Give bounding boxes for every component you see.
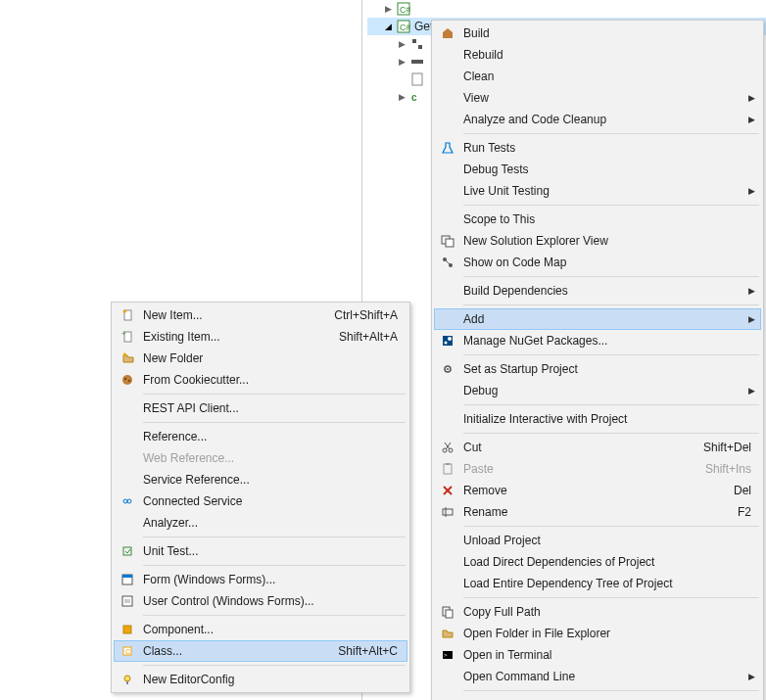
menu-item-label: REST API Client... (139, 401, 402, 415)
menu-item[interactable]: Open Folder in File Explorer (434, 623, 761, 644)
menu-item[interactable]: Unit Test... (114, 540, 407, 562)
menu-item[interactable]: Analyze and Code Cleanup▶ (434, 109, 761, 130)
svg-rect-7 (412, 73, 422, 85)
svg-text:C: C (125, 648, 130, 655)
svg-rect-49 (124, 599, 130, 603)
menu-item[interactable]: Run Tests (434, 137, 761, 159)
menu-item[interactable]: Component... (114, 619, 407, 640)
menu-item-label: Rebuild (459, 48, 755, 62)
menu-separator (463, 133, 759, 134)
menu-item-label: Analyzer... (139, 516, 402, 530)
expander-icon[interactable]: ▶ (399, 57, 410, 67)
menu-item[interactable]: +Existing Item...Shift+Alt+A (114, 326, 407, 348)
svg-point-18 (448, 337, 452, 341)
menu-item[interactable]: Add▶ (434, 308, 761, 330)
tree-row[interactable]: ▶ C# (367, 0, 766, 18)
expander-icon[interactable]: ▶ (399, 39, 410, 49)
menu-item-label: Load Direct Dependencies of Project (459, 555, 755, 569)
menu-item[interactable]: New Solution Explorer View (434, 230, 761, 252)
flask-icon (436, 141, 459, 155)
menu-shortcut: Shift+Alt+C (338, 644, 402, 658)
svg-rect-4 (412, 39, 416, 43)
menu-item-label: User Control (Windows Forms)... (139, 594, 402, 608)
codemap-icon (436, 256, 459, 269)
menu-item[interactable]: CutShift+Del (434, 437, 761, 458)
menu-item[interactable]: Debug Tests (434, 159, 761, 180)
menu-item[interactable]: Open Command Line▶ (434, 666, 761, 687)
svg-point-41 (124, 378, 126, 380)
menu-item-label: Remove (459, 484, 734, 497)
menu-item[interactable]: Copy Full Path (434, 601, 761, 623)
menu-item[interactable]: From Cookiecutter... (114, 369, 407, 391)
menu-item-label: Live Unit Testing (459, 184, 743, 198)
menu-item[interactable]: Scope to This (434, 209, 761, 230)
references-icon (410, 37, 424, 51)
menu-item-label: Service Reference... (139, 473, 402, 487)
svg-rect-45 (123, 547, 131, 555)
menu-item[interactable]: Clean (434, 66, 761, 87)
class-icon: C (116, 644, 139, 658)
expander-icon[interactable]: ▶ (385, 4, 397, 14)
menu-item[interactable]: Live Unit Testing▶ (434, 180, 761, 202)
menu-item[interactable]: Manage NuGet Packages... (434, 330, 761, 351)
menu-item[interactable]: Unload Project (434, 530, 761, 551)
menu-item[interactable]: View▶ (434, 87, 761, 109)
file-icon (410, 72, 424, 86)
menu-separator (463, 404, 759, 405)
menu-separator (463, 690, 759, 691)
menu-shortcut: Shift+Del (703, 441, 755, 454)
svg-rect-47 (122, 575, 132, 578)
csharp-icon: C# (397, 2, 410, 16)
menu-item[interactable]: Rebuild (434, 44, 761, 66)
menu-item[interactable]: REST API Client... (114, 397, 407, 419)
submenu-arrow-icon: ▶ (743, 672, 755, 681)
submenu-arrow-icon: ▶ (743, 286, 755, 296)
menu-item-label: Cut (459, 441, 703, 454)
menu-item-label: New Solution Explorer View (459, 234, 755, 248)
menu-item[interactable]: Load Direct Dependencies of Project (434, 551, 761, 573)
menu-item-label: Class... (139, 644, 338, 658)
menu-item[interactable]: Build Dependencies▶ (434, 280, 761, 302)
menu-separator (463, 304, 759, 305)
menu-item[interactable]: Build (434, 23, 761, 44)
menu-item[interactable]: User Control (Windows Forms)... (114, 590, 407, 612)
menu-item[interactable]: Set as Startup Project (434, 358, 761, 380)
menu-separator (143, 394, 406, 395)
expander-icon[interactable]: ▶ (399, 92, 410, 102)
submenu-arrow-icon: ▶ (743, 115, 755, 124)
submenu-arrow-icon: ▶ (743, 314, 755, 324)
menu-item-label: Build Dependencies (459, 284, 743, 298)
menu-shortcut: Ctrl+Shift+A (334, 308, 402, 322)
usercontrol-icon (116, 594, 139, 608)
menu-item-label: Show on Code Map (459, 256, 755, 269)
menu-item[interactable]: Initialize Interactive with Project (434, 408, 761, 430)
menu-item[interactable]: >Open in Terminal (434, 644, 761, 666)
menu-item[interactable]: Debug▶ (434, 380, 761, 401)
svg-rect-32 (446, 610, 453, 618)
menu-item[interactable]: RenameF2 (434, 501, 761, 523)
svg-rect-25 (444, 464, 452, 474)
menu-item[interactable]: PropertiesAlt+Enter (434, 694, 761, 700)
menu-item[interactable]: New EditorConfig (114, 669, 407, 690)
menu-item[interactable]: CClass...Shift+Alt+C (114, 640, 407, 662)
nuget-icon (436, 334, 459, 348)
menu-item[interactable]: Load Entire Dependency Tree of Project (434, 573, 761, 594)
expander-icon[interactable]: ◢ (385, 22, 397, 31)
menu-separator (143, 665, 406, 666)
menu-item[interactable]: Form (Windows Forms)... (114, 569, 407, 590)
svg-rect-50 (123, 626, 131, 633)
menu-item[interactable]: Service Reference... (114, 469, 407, 490)
svg-rect-6 (411, 60, 423, 64)
menu-item[interactable]: RemoveDel (434, 480, 761, 501)
menu-shortcut: Shift+Ins (705, 462, 755, 476)
menu-item[interactable]: Analyzer... (114, 512, 407, 534)
menu-item-label: Form (Windows Forms)... (139, 573, 402, 586)
menu-separator (143, 537, 406, 537)
menu-item[interactable]: Reference... (114, 426, 407, 447)
menu-separator (463, 526, 759, 527)
menu-item[interactable]: ✦New Folder (114, 348, 407, 369)
menu-item[interactable]: ✦New Item...Ctrl+Shift+A (114, 304, 407, 326)
menu-item[interactable]: Show on Code Map (434, 252, 761, 273)
menu-item[interactable]: Connected Service (114, 490, 407, 512)
menu-item-label: Run Tests (459, 141, 755, 155)
